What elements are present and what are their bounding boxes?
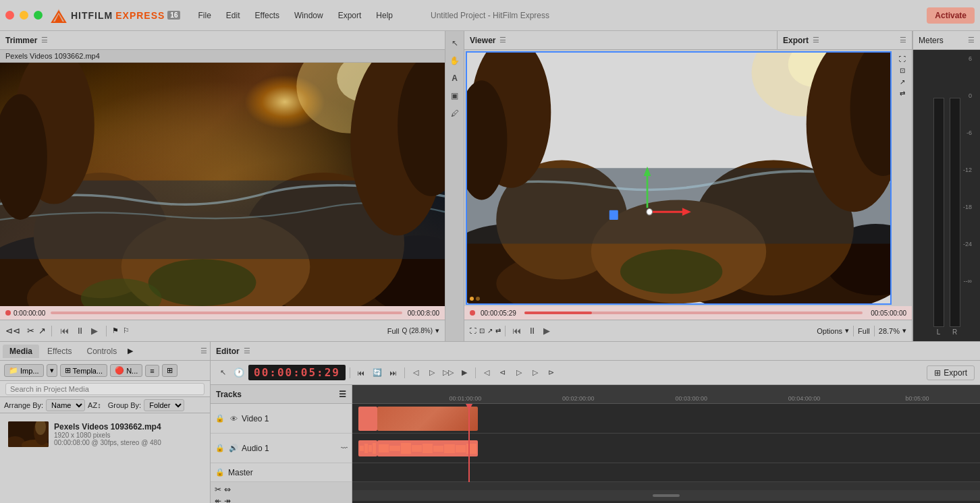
viewer-frame-back-btn[interactable]: ⏸: [525, 324, 539, 337]
menu-file[interactable]: File: [191, 9, 217, 22]
export-panel-menu[interactable]: ☰: [900, 36, 906, 45]
video1-clip-start[interactable]: [358, 407, 377, 431]
viewer-options-dropdown[interactable]: ▾: [845, 326, 849, 335]
editor-extra-1[interactable]: ◁: [480, 366, 493, 380]
audio-wave-icon[interactable]: 〰: [341, 444, 348, 452]
viewer-options-label[interactable]: Options: [817, 327, 842, 335]
blade-tool[interactable]: ✂: [215, 485, 221, 494]
export-menu-icon[interactable]: ☰: [813, 36, 819, 45]
editor-play-btn-main[interactable]: ▶: [458, 366, 471, 380]
minimize-icon[interactable]: [20, 11, 28, 20]
tracks-menu-icon[interactable]: ☰: [339, 390, 346, 399]
activate-button[interactable]: Activate: [927, 7, 975, 24]
trimmer-arrow-right-icon[interactable]: ↗: [38, 326, 46, 336]
slip-left-tool[interactable]: ↞: [215, 496, 221, 503]
trimmer-step-back[interactable]: ⏮: [57, 324, 72, 337]
maximize-icon[interactable]: [34, 11, 43, 20]
editor-select-tool[interactable]: ↖: [216, 366, 229, 380]
menu-edit[interactable]: Edit: [219, 9, 247, 22]
trimmer-filename: Pexels Videos 1093662.mp4: [0, 50, 445, 63]
editor-extra-5[interactable]: ⊳: [545, 366, 558, 380]
select-tool[interactable]: ↖: [448, 36, 462, 50]
template-button[interactable]: ⊞ Templa...: [60, 364, 108, 377]
timeline-scrollbar[interactable]: [352, 482, 980, 490]
transform-tool[interactable]: ▣: [448, 89, 462, 102]
viewer-ctrl-crop[interactable]: ⛶: [470, 327, 477, 334]
trimmer-mark-out[interactable]: ⚐: [123, 326, 130, 335]
editor-play-forward[interactable]: ▷: [425, 366, 439, 380]
trimmer-to-start[interactable]: ⊲⊲: [5, 326, 20, 336]
viewer-fit-icon[interactable]: ⛶: [899, 55, 906, 63]
video-eye-icon[interactable]: 👁: [228, 413, 239, 424]
viewer-ctrl-send[interactable]: ↗: [487, 327, 493, 334]
viewer-safe-icon[interactable]: ↗: [900, 78, 905, 86]
menu-help[interactable]: Help: [369, 9, 400, 22]
viewer-zoom[interactable]: 28.7%: [879, 327, 900, 335]
editor-prev-frame[interactable]: ◁: [409, 366, 423, 380]
editor-goto-start[interactable]: ⏮: [354, 366, 368, 380]
playhead[interactable]: [468, 404, 470, 482]
menu-effects[interactable]: Effects: [248, 9, 286, 22]
trimmer-zoom-dropdown[interactable]: ▾: [435, 326, 439, 335]
text-tool[interactable]: A: [448, 71, 462, 85]
left-panel-arrow[interactable]: ▶: [128, 347, 133, 355]
trimmer-progress-bar[interactable]: [51, 312, 402, 314]
menu-window[interactable]: Window: [288, 9, 330, 22]
editor-timecode[interactable]: 00:00:05:29: [248, 365, 346, 380]
editor-loop-icon[interactable]: 🔄: [371, 366, 384, 380]
editor-next-frame[interactable]: ▷▷: [441, 366, 455, 380]
timeline-scroll-bottom[interactable]: [352, 490, 980, 501]
scale-6: 6: [963, 55, 972, 62]
audio-lock-icon[interactable]: 🔒: [215, 443, 225, 454]
arrange-select[interactable]: Name: [46, 399, 85, 411]
master-lock-icon[interactable]: 🔒: [215, 467, 225, 478]
viewer-transfer-icon[interactable]: ⇄: [900, 90, 905, 97]
editor-export-button[interactable]: ⊞ Export: [927, 365, 975, 380]
trimmer-menu-icon[interactable]: ☰: [41, 36, 48, 45]
editor-goto-end[interactable]: ⏭: [387, 366, 400, 380]
new-button[interactable]: 🔴 N...: [110, 364, 142, 377]
left-panel-menu[interactable]: ☰: [200, 347, 207, 355]
menu-export[interactable]: Export: [331, 9, 369, 22]
close-icon[interactable]: [5, 11, 14, 20]
trimmer-frame-back[interactable]: ⏸: [73, 324, 87, 337]
viewer-progress-bar[interactable]: [524, 312, 863, 314]
search-input[interactable]: [5, 383, 205, 395]
meters-menu-icon[interactable]: ☰: [968, 36, 975, 45]
list-view-button[interactable]: ≡: [145, 365, 159, 377]
audio-speaker-icon[interactable]: 🔊: [228, 443, 239, 454]
viewer-crop-icon[interactable]: ⊡: [900, 67, 905, 74]
audio1-clip-start[interactable]: [358, 440, 377, 456]
video-lock-icon[interactable]: 🔒: [215, 413, 225, 424]
viewer-step-start[interactable]: ⏮: [510, 324, 524, 337]
editor-extra-4[interactable]: ▷: [528, 366, 542, 380]
audio1-main-clip[interactable]: [377, 440, 478, 456]
viewer-zoom-dropdown[interactable]: ▾: [902, 326, 906, 335]
az-sort-icon[interactable]: AZ↕: [88, 401, 101, 409]
trimmer-cut-icon[interactable]: ✂: [27, 326, 34, 336]
editor-extra-3[interactable]: ▷: [512, 366, 526, 380]
import-button[interactable]: 📁 Imp...: [4, 364, 44, 377]
video1-main-clip[interactable]: [377, 407, 478, 431]
import-arrow-button[interactable]: ▾: [47, 364, 57, 377]
viewer-play-btn[interactable]: ▶: [541, 324, 553, 337]
viewer-ctrl-export[interactable]: ⊡: [479, 327, 485, 334]
editor-extra-2[interactable]: ⊲: [496, 366, 510, 380]
hand-tool[interactable]: ✋: [448, 54, 462, 67]
editor-clock-icon[interactable]: 🕐: [232, 366, 246, 380]
trimmer-mark-in[interactable]: ⚑: [112, 326, 119, 335]
viewer-ctrl-fullscreen[interactable]: ⇄: [495, 327, 501, 334]
tab-controls[interactable]: Controls: [80, 345, 124, 358]
tab-effects[interactable]: Effects: [40, 345, 78, 358]
group-select[interactable]: Folder: [144, 399, 184, 411]
tab-media[interactable]: Media: [3, 345, 39, 358]
slip-tool[interactable]: ⇔: [224, 485, 231, 494]
trimmer-play-fwd[interactable]: ▶: [88, 324, 101, 337]
pen-tool[interactable]: 🖊: [448, 107, 462, 120]
editor-menu-icon[interactable]: ☰: [244, 347, 250, 355]
list-item[interactable]: Pexels Videos 1093662.mp4 1920 x 1080 pi…: [5, 419, 205, 450]
slip-right-tool[interactable]: ↠: [224, 496, 231, 503]
trimmer-zoom-pct[interactable]: Q (28.8%): [402, 327, 433, 334]
viewer-menu-icon[interactable]: ☰: [499, 36, 506, 45]
grid-view-button[interactable]: ⊞: [162, 364, 178, 377]
